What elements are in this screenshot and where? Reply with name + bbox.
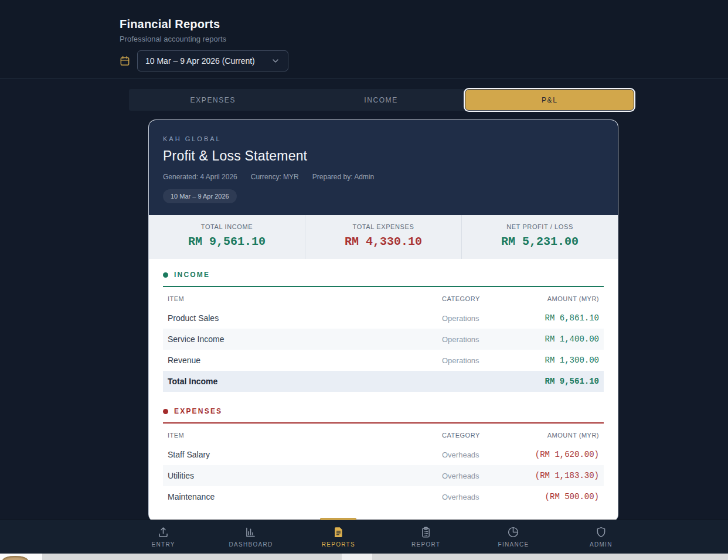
income-col-item: ITEM bbox=[163, 287, 437, 308]
expense-row-item: Staff Salary bbox=[163, 444, 437, 465]
expense-row-category: Overheads bbox=[437, 465, 524, 486]
report-meta-row: Generated: 4 April 2026 Currency: MYR Pr… bbox=[163, 173, 604, 181]
expenses-table: ITEM CATEGORY AMOUNT (MYR) Staff Salary … bbox=[163, 424, 604, 507]
income-total-spacer bbox=[437, 371, 524, 392]
taskbar-highlight bbox=[342, 554, 372, 560]
meta-generated: Generated: 4 April 2026 bbox=[163, 173, 237, 181]
pie-chart-icon bbox=[507, 526, 519, 538]
tab-pnl-label: P&L bbox=[542, 96, 557, 104]
income-row-category: Operations bbox=[437, 350, 524, 371]
income-row-amount: RM 6,861.10 bbox=[524, 308, 604, 329]
nav-label-report: REPORT bbox=[411, 541, 440, 548]
nav-item-admin[interactable]: ADMIN bbox=[557, 520, 645, 554]
report-type-tabs: EXPENSES INCOME P&L bbox=[129, 89, 634, 111]
taskbar-strip bbox=[0, 554, 728, 560]
shield-icon bbox=[595, 526, 607, 538]
income-row-item: Product Sales bbox=[163, 308, 437, 329]
nav-item-entry[interactable]: ENTRY bbox=[120, 520, 207, 554]
expenses-dot-icon bbox=[163, 409, 168, 414]
expense-row: Staff Salary Overheads (RM 1,620.00) bbox=[163, 444, 604, 465]
period-row: 10 Mar – 9 Apr 2026 (Current) bbox=[119, 50, 288, 71]
income-col-category: CATEGORY bbox=[437, 287, 524, 308]
pnl-report-card: KAH GLOBAL Profit & Loss Statement Gener… bbox=[149, 120, 618, 521]
summary-total-income: TOTAL INCOME RM 9,561.10 bbox=[149, 215, 305, 259]
summary-income-label: TOTAL INCOME bbox=[149, 223, 305, 230]
expense-row-category: Overheads bbox=[437, 444, 524, 465]
page-header: Financial Reports Professional accountin… bbox=[0, 0, 728, 79]
period-select[interactable]: 10 Mar – 9 Apr 2026 (Current) bbox=[137, 50, 288, 71]
income-row-amount: RM 1,400.00 bbox=[524, 329, 604, 350]
bottom-nav-items: ENTRY DASHBOARD REPORTS bbox=[120, 520, 645, 554]
chevron-down-icon bbox=[271, 56, 280, 66]
summary-net-label: NET PROFIT / LOSS bbox=[462, 223, 618, 230]
tab-income[interactable]: INCOME bbox=[297, 89, 465, 111]
summary-net-value: RM 5,231.00 bbox=[462, 235, 618, 248]
expenses-section-title: EXPENSES bbox=[174, 407, 222, 415]
page-subtitle: Professional accounting reports bbox=[120, 35, 226, 43]
income-row-category: Operations bbox=[437, 308, 524, 329]
summary-net-profit: NET PROFIT / LOSS RM 5,231.00 bbox=[462, 215, 618, 259]
period-select-value: 10 Mar – 9 Apr 2026 (Current) bbox=[145, 56, 255, 66]
summary-strip: TOTAL INCOME RM 9,561.10 TOTAL EXPENSES … bbox=[149, 215, 618, 259]
expenses-section-header: EXPENSES bbox=[163, 407, 604, 424]
income-col-amount: AMOUNT (MYR) bbox=[524, 287, 604, 308]
expenses-table-header-row: ITEM CATEGORY AMOUNT (MYR) bbox=[163, 424, 604, 444]
income-total-label: Total Income bbox=[163, 371, 437, 392]
nav-item-report[interactable]: REPORT bbox=[382, 520, 470, 554]
summary-expenses-label: TOTAL EXPENSES bbox=[305, 223, 461, 230]
income-section-header: INCOME bbox=[163, 271, 604, 287]
meta-currency: Currency: MYR bbox=[251, 173, 299, 181]
expenses-col-item: ITEM bbox=[163, 424, 437, 444]
income-row: Revenue Operations RM 1,300.00 bbox=[163, 350, 604, 371]
expense-row-amount: (RM 1,183.30) bbox=[524, 465, 604, 486]
expense-row-category: Overheads bbox=[437, 486, 524, 507]
income-row-item: Service Income bbox=[163, 329, 437, 350]
report-card-header: KAH GLOBAL Profit & Loss Statement Gener… bbox=[149, 120, 618, 215]
upload-icon bbox=[157, 526, 169, 538]
taskbar-left bbox=[0, 554, 42, 560]
period-badge: 10 Mar – 9 Apr 2026 bbox=[163, 189, 237, 203]
income-dot-icon bbox=[163, 272, 168, 278]
income-total-row: Total Income RM 9,561.10 bbox=[163, 371, 604, 392]
expenses-col-category: CATEGORY bbox=[437, 424, 524, 444]
page-title: Financial Reports bbox=[120, 18, 220, 31]
expense-row-item: Maintenance bbox=[163, 486, 437, 507]
income-table: ITEM CATEGORY AMOUNT (MYR) Product Sales… bbox=[163, 287, 604, 392]
report-title: Profit & Loss Statement bbox=[163, 148, 604, 164]
active-tab-indicator bbox=[320, 518, 356, 520]
calendar-icon bbox=[119, 55, 131, 67]
bottom-nav: ENTRY DASHBOARD REPORTS bbox=[0, 520, 728, 554]
nav-label-finance: FINANCE bbox=[498, 541, 529, 548]
income-section-title: INCOME bbox=[174, 271, 210, 279]
expense-row: Utilities Overheads (RM 1,183.30) bbox=[163, 465, 604, 486]
nav-label-reports: REPORTS bbox=[322, 541, 355, 548]
expense-row-amount: (RM 500.00) bbox=[524, 486, 604, 507]
tab-expenses[interactable]: EXPENSES bbox=[129, 89, 297, 111]
income-table-header-row: ITEM CATEGORY AMOUNT (MYR) bbox=[163, 287, 604, 308]
taskbar-logo-icon bbox=[2, 556, 28, 560]
summary-total-expenses: TOTAL EXPENSES RM 4,330.10 bbox=[305, 215, 462, 259]
report-card-body: INCOME ITEM CATEGORY AMOUNT (MYR) Produc… bbox=[149, 259, 618, 521]
expense-row-item: Utilities bbox=[163, 465, 437, 486]
nav-label-dashboard: DASHBOARD bbox=[229, 541, 273, 548]
nav-item-finance[interactable]: FINANCE bbox=[470, 520, 557, 554]
summary-expenses-value: RM 4,330.10 bbox=[305, 235, 461, 248]
expense-row-amount: (RM 1,620.00) bbox=[524, 444, 604, 465]
clipboard-icon bbox=[420, 526, 432, 538]
tab-income-label: INCOME bbox=[364, 96, 398, 104]
income-row-item: Revenue bbox=[163, 350, 437, 371]
tab-expenses-label: EXPENSES bbox=[190, 96, 236, 104]
meta-prepared-by: Prepared by: Admin bbox=[312, 173, 374, 181]
nav-label-entry: ENTRY bbox=[152, 541, 175, 548]
income-row: Product Sales Operations RM 6,861.10 bbox=[163, 308, 604, 329]
expense-row: Maintenance Overheads (RM 500.00) bbox=[163, 486, 604, 507]
income-row: Service Income Operations RM 1,400.00 bbox=[163, 329, 604, 350]
nav-item-dashboard[interactable]: DASHBOARD bbox=[207, 520, 294, 554]
nav-item-reports[interactable]: REPORTS bbox=[295, 520, 382, 554]
income-total-amount: RM 9,561.10 bbox=[524, 371, 604, 392]
summary-income-value: RM 9,561.10 bbox=[149, 235, 305, 248]
tab-pnl[interactable]: P&L bbox=[465, 89, 634, 111]
income-row-category: Operations bbox=[437, 329, 524, 350]
bar-chart-icon bbox=[244, 526, 257, 538]
nav-label-admin: ADMIN bbox=[590, 541, 613, 548]
